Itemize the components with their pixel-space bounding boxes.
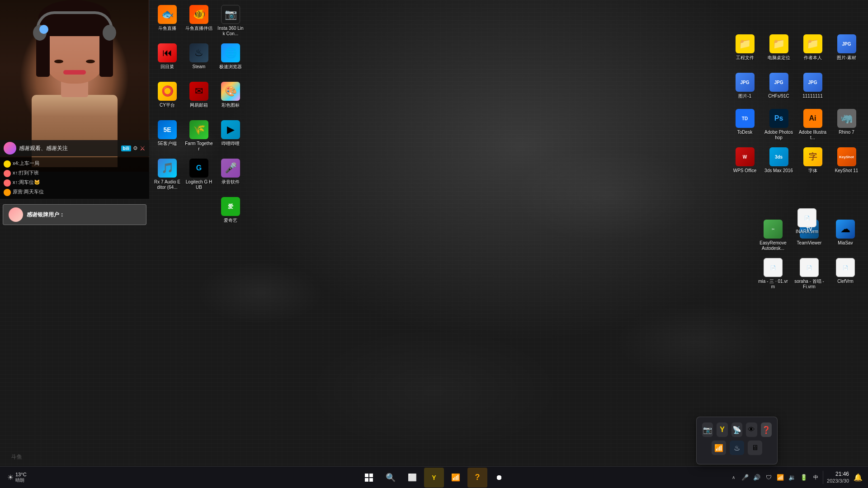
chat-icon-2 [4,170,11,177]
icon-illustrator[interactable]: Ai Adobe Illustrat... [796,106,830,145]
tray-popup-camera[interactable]: 📷 [702,422,713,437]
icon-jpg3[interactable]: JPG CHFs/91C [762,70,796,108]
icon-jpg1-img: JPG [837,34,856,53]
tray-popup-question[interactable]: ❓ [761,422,772,437]
icon-logitech-img: G [189,159,208,178]
tray-battery-icon[interactable]: 🔋 [799,473,808,482]
thanks-text: 感谢银牌用户： [27,211,65,219]
icon-jpg1[interactable]: JPG 图片-素材 [830,32,863,70]
weather-condition: 晴朗 [15,477,27,483]
icon-easyremove[interactable]: ✂ EasyRemove Autodesk... [755,217,791,255]
icon-soraha[interactable]: 📄 soraha - 首唱 - Fi.vrm [791,255,827,294]
stream-extra-icon: ⚙ [133,145,138,151]
left-icons-area: 🐟 斗鱼直播 🐠 斗鱼直播伴侣 📷 Insta 360 Link Con... … [151,2,246,233]
icon-insta360[interactable]: 📷 Insta 360 Link Con... [215,2,246,39]
icon-jpg2-img: JPG [736,73,755,92]
icon-cy-label: CY平台 [160,103,175,108]
tray-wifi-icon[interactable]: 📶 [776,473,785,482]
icon-zi[interactable]: 字 字体 [796,145,830,183]
icon-farm[interactable]: 🌾 Farm Together [183,117,215,155]
icon-mia-sync[interactable]: ☁ MiaSav [827,217,863,255]
icon-steam-img: ♨ [189,43,208,62]
right-icons-top: 📁 工程文件 📁 电脑桌定位 📁 作者本人 JPG 图片-素材 JPG 图片-1… [728,32,863,108]
icon-douyu2[interactable]: 🐠 斗鱼直播伴侣 [183,2,215,34]
icon-jpg3-label: CHFs/91C [768,94,789,99]
icon-3dsmax[interactable]: 3ds 3ds Max 2016 [762,145,796,183]
icon-keyshot[interactable]: KeyShot KeyShot 11 [830,145,863,183]
icon-rhino[interactable]: 🦏 Rhino 7 [830,106,863,145]
stream-icons: bili ⚙ ⚔ [121,145,146,152]
icon-ie-label: 极速浏览器 [219,64,242,70]
icon-folder3[interactable]: 📁 作者本人 [796,32,830,70]
icon-jpg1-label: 图片-素材 [837,55,856,61]
taskbar: ☀ 13°C 晴朗 🔍 ⬜ Y 📶 ? ⏺ [0,466,868,488]
icon-folder1[interactable]: 📁 工程文件 [728,32,762,70]
chat-text-2: x↑:打到下班 [13,169,39,176]
stream-sword-icon: ⚔ [140,145,146,152]
icon-photoshop[interactable]: Ps Adobe Photoshop [762,106,796,145]
icon-jpg2[interactable]: JPG 图片-1 [728,70,762,108]
watermark-text: 斗鱼 [11,454,22,460]
icon-inara-vm[interactable]: 📄 INARA.vrm [789,206,825,237]
chat-messages: x4:上车一局 x↑:打到下班 x↑:周车位🐱 原营:两天车位 [0,157,149,199]
notifications-icon[interactable]: 🔔 [854,473,863,482]
icon-jpg2-label: 图片-1 [738,94,751,99]
icon-ie[interactable]: 🌐 极速浏览器 [215,41,246,72]
tray-popup-y[interactable]: Y [717,422,727,437]
icon-folder1-img: 📁 [736,34,755,53]
icon-steam-label: Steam [193,64,206,70]
icon-steam[interactable]: ♨ Steam [183,41,215,72]
tray-language-icon[interactable]: 中 [811,473,820,482]
tray-popup-steam[interactable]: ♨ [730,441,744,455]
tray-popup-eye[interactable]: 👁 [746,422,757,437]
obs-button[interactable]: ⏺ [489,468,509,488]
icon-jpg4[interactable]: JPG 11111111 [796,70,830,108]
icon-ai-img: Ai [803,109,822,128]
search-button[interactable]: 🔍 [381,468,401,488]
icon-colorful[interactable]: 🎨 彩色图标 [215,79,246,111]
icon-mia-vm-label: mia - 三 · 01.vrm [758,279,788,290]
icon-wps[interactable]: W WPS Office [728,145,762,183]
icon-huijilu[interactable]: ⏮ 回目菜 [151,41,183,72]
icon-cy-img: ⭕ [158,82,177,101]
icon-todesk[interactable]: TD ToDesk [728,106,762,145]
icon-wangyi163-label: 网易邮箱 [190,103,208,108]
stream-banner: 感谢观看、感谢关注 bili ⚙ ⚔ [0,140,149,156]
tray-mic-icon[interactable]: 🎤 [741,473,750,482]
svg-rect-1 [369,474,373,477]
taskview-button[interactable]: ⬜ [402,468,422,488]
wifi-app-button[interactable]: 📶 [446,468,466,488]
icon-folder1-label: 工程文件 [736,55,754,61]
tray-popup-wifi-popup[interactable]: 📡 [731,422,742,437]
icon-douyu[interactable]: 🐟 斗鱼直播 [151,2,183,34]
icon-cy[interactable]: ⭕ CY平台 [151,79,183,111]
icon-colorful-img: 🎨 [221,82,240,101]
icon-zi-label: 字体 [808,168,817,174]
icon-rx7[interactable]: 🎵 Rx 7 Audio Editor (64... [151,156,183,193]
icon-wangyi163[interactable]: ✉ 网易邮箱 [183,79,215,111]
system-tray[interactable]: 21:46 2023/3/30 [823,471,849,484]
icon-microphone[interactable]: 🎤 录音软件 [215,156,246,188]
tray-popup-wifi2[interactable]: 📶 [712,441,726,455]
help-button[interactable]: ? [467,468,487,488]
icon-bilibili-client-label: 哔哩哔哩 [222,141,240,146]
expand-tray-button[interactable]: ∧ [729,473,738,482]
icon-logitech[interactable]: G Logitech G HUB [183,156,215,193]
tray-volume-icon[interactable]: 🔉 [788,473,797,482]
icon-folder2[interactable]: 📁 电脑桌定位 [762,32,796,70]
tray-speaker-icon[interactable]: 🔊 [752,473,761,482]
tray-popup-monitor[interactable]: 🖥 [748,441,762,455]
icon-5e[interactable]: 5E 5E客户端 [151,117,183,149]
icon-iqiyi[interactable]: 爱 爱奇艺 [215,194,246,226]
start-button[interactable] [359,468,379,488]
icon-mia-vm[interactable]: 📄 mia - 三 · 01.vrm [755,255,791,294]
icon-clefvrm[interactable]: 📄 ClefVrm [827,255,863,294]
yiban-button[interactable]: Y [424,468,444,488]
icon-bilibili-client[interactable]: ▶ 哔哩哔哩 [215,117,246,149]
weather-widget[interactable]: ☀ 13°C 晴朗 [4,472,30,483]
clock[interactable]: 21:46 2023/3/30 [827,471,849,484]
tray-shield-icon[interactable]: 🛡 [764,473,773,482]
icon-rx7-label: Rx 7 Audio Editor (64... [153,179,181,190]
icon-soraha-img: 📄 [800,258,819,277]
icon-insta360-img: 📷 [221,5,240,24]
